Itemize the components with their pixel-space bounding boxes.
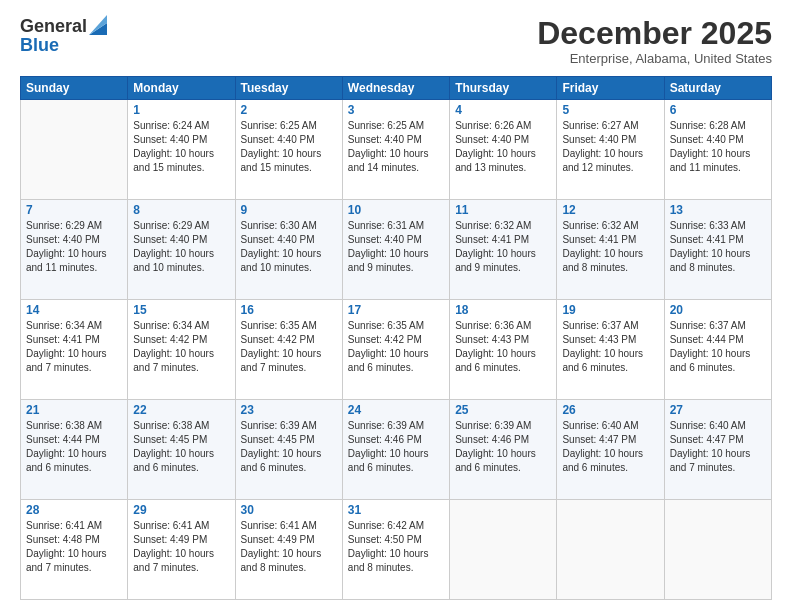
day-info: Sunrise: 6:41 AMSunset: 4:48 PMDaylight:…	[26, 519, 122, 575]
day-number: 27	[670, 403, 766, 417]
col-header-tuesday: Tuesday	[235, 77, 342, 100]
table-row: 26Sunrise: 6:40 AMSunset: 4:47 PMDayligh…	[557, 400, 664, 500]
day-number: 1	[133, 103, 229, 117]
month-title: December 2025	[537, 16, 772, 51]
logo-icon	[89, 15, 107, 35]
day-number: 31	[348, 503, 444, 517]
day-info: Sunrise: 6:29 AMSunset: 4:40 PMDaylight:…	[26, 219, 122, 275]
day-info: Sunrise: 6:24 AMSunset: 4:40 PMDaylight:…	[133, 119, 229, 175]
logo: General Blue	[20, 16, 107, 56]
day-number: 14	[26, 303, 122, 317]
table-row: 17Sunrise: 6:35 AMSunset: 4:42 PMDayligh…	[342, 300, 449, 400]
table-row: 14Sunrise: 6:34 AMSunset: 4:41 PMDayligh…	[21, 300, 128, 400]
table-row	[664, 500, 771, 600]
day-info: Sunrise: 6:27 AMSunset: 4:40 PMDaylight:…	[562, 119, 658, 175]
table-row	[557, 500, 664, 600]
day-number: 11	[455, 203, 551, 217]
day-number: 2	[241, 103, 337, 117]
col-header-friday: Friday	[557, 77, 664, 100]
day-info: Sunrise: 6:40 AMSunset: 4:47 PMDaylight:…	[562, 419, 658, 475]
table-row: 10Sunrise: 6:31 AMSunset: 4:40 PMDayligh…	[342, 200, 449, 300]
day-info: Sunrise: 6:32 AMSunset: 4:41 PMDaylight:…	[455, 219, 551, 275]
col-header-sunday: Sunday	[21, 77, 128, 100]
day-info: Sunrise: 6:29 AMSunset: 4:40 PMDaylight:…	[133, 219, 229, 275]
header: General Blue December 2025 Enterprise, A…	[20, 16, 772, 66]
day-number: 28	[26, 503, 122, 517]
day-info: Sunrise: 6:35 AMSunset: 4:42 PMDaylight:…	[348, 319, 444, 375]
day-number: 18	[455, 303, 551, 317]
table-row	[450, 500, 557, 600]
table-row: 29Sunrise: 6:41 AMSunset: 4:49 PMDayligh…	[128, 500, 235, 600]
day-info: Sunrise: 6:34 AMSunset: 4:42 PMDaylight:…	[133, 319, 229, 375]
table-row: 19Sunrise: 6:37 AMSunset: 4:43 PMDayligh…	[557, 300, 664, 400]
table-row: 21Sunrise: 6:38 AMSunset: 4:44 PMDayligh…	[21, 400, 128, 500]
day-number: 26	[562, 403, 658, 417]
table-row: 4Sunrise: 6:26 AMSunset: 4:40 PMDaylight…	[450, 100, 557, 200]
table-row: 12Sunrise: 6:32 AMSunset: 4:41 PMDayligh…	[557, 200, 664, 300]
day-number: 19	[562, 303, 658, 317]
table-row: 9Sunrise: 6:30 AMSunset: 4:40 PMDaylight…	[235, 200, 342, 300]
table-row: 27Sunrise: 6:40 AMSunset: 4:47 PMDayligh…	[664, 400, 771, 500]
day-info: Sunrise: 6:33 AMSunset: 4:41 PMDaylight:…	[670, 219, 766, 275]
table-row: 15Sunrise: 6:34 AMSunset: 4:42 PMDayligh…	[128, 300, 235, 400]
logo-general: General	[20, 16, 87, 37]
day-number: 8	[133, 203, 229, 217]
table-row: 6Sunrise: 6:28 AMSunset: 4:40 PMDaylight…	[664, 100, 771, 200]
table-row: 16Sunrise: 6:35 AMSunset: 4:42 PMDayligh…	[235, 300, 342, 400]
table-row: 28Sunrise: 6:41 AMSunset: 4:48 PMDayligh…	[21, 500, 128, 600]
day-number: 23	[241, 403, 337, 417]
day-info: Sunrise: 6:37 AMSunset: 4:44 PMDaylight:…	[670, 319, 766, 375]
day-number: 6	[670, 103, 766, 117]
day-info: Sunrise: 6:41 AMSunset: 4:49 PMDaylight:…	[241, 519, 337, 575]
day-number: 5	[562, 103, 658, 117]
table-row: 13Sunrise: 6:33 AMSunset: 4:41 PMDayligh…	[664, 200, 771, 300]
day-number: 13	[670, 203, 766, 217]
day-number: 16	[241, 303, 337, 317]
logo-blue: Blue	[20, 35, 107, 56]
day-number: 20	[670, 303, 766, 317]
day-info: Sunrise: 6:25 AMSunset: 4:40 PMDaylight:…	[241, 119, 337, 175]
title-block: December 2025 Enterprise, Alabama, Unite…	[537, 16, 772, 66]
day-info: Sunrise: 6:39 AMSunset: 4:46 PMDaylight:…	[455, 419, 551, 475]
table-row: 11Sunrise: 6:32 AMSunset: 4:41 PMDayligh…	[450, 200, 557, 300]
day-number: 29	[133, 503, 229, 517]
table-row: 25Sunrise: 6:39 AMSunset: 4:46 PMDayligh…	[450, 400, 557, 500]
table-row: 31Sunrise: 6:42 AMSunset: 4:50 PMDayligh…	[342, 500, 449, 600]
table-row: 5Sunrise: 6:27 AMSunset: 4:40 PMDaylight…	[557, 100, 664, 200]
day-info: Sunrise: 6:25 AMSunset: 4:40 PMDaylight:…	[348, 119, 444, 175]
day-info: Sunrise: 6:40 AMSunset: 4:47 PMDaylight:…	[670, 419, 766, 475]
day-info: Sunrise: 6:34 AMSunset: 4:41 PMDaylight:…	[26, 319, 122, 375]
day-info: Sunrise: 6:32 AMSunset: 4:41 PMDaylight:…	[562, 219, 658, 275]
col-header-thursday: Thursday	[450, 77, 557, 100]
calendar-table: SundayMondayTuesdayWednesdayThursdayFrid…	[20, 76, 772, 600]
table-row	[21, 100, 128, 200]
table-row: 30Sunrise: 6:41 AMSunset: 4:49 PMDayligh…	[235, 500, 342, 600]
day-number: 25	[455, 403, 551, 417]
table-row: 24Sunrise: 6:39 AMSunset: 4:46 PMDayligh…	[342, 400, 449, 500]
day-info: Sunrise: 6:35 AMSunset: 4:42 PMDaylight:…	[241, 319, 337, 375]
table-row: 18Sunrise: 6:36 AMSunset: 4:43 PMDayligh…	[450, 300, 557, 400]
table-row: 8Sunrise: 6:29 AMSunset: 4:40 PMDaylight…	[128, 200, 235, 300]
location: Enterprise, Alabama, United States	[537, 51, 772, 66]
table-row: 2Sunrise: 6:25 AMSunset: 4:40 PMDaylight…	[235, 100, 342, 200]
day-info: Sunrise: 6:30 AMSunset: 4:40 PMDaylight:…	[241, 219, 337, 275]
table-row: 3Sunrise: 6:25 AMSunset: 4:40 PMDaylight…	[342, 100, 449, 200]
day-number: 9	[241, 203, 337, 217]
day-info: Sunrise: 6:39 AMSunset: 4:45 PMDaylight:…	[241, 419, 337, 475]
day-number: 24	[348, 403, 444, 417]
day-number: 21	[26, 403, 122, 417]
day-info: Sunrise: 6:26 AMSunset: 4:40 PMDaylight:…	[455, 119, 551, 175]
day-info: Sunrise: 6:38 AMSunset: 4:45 PMDaylight:…	[133, 419, 229, 475]
day-info: Sunrise: 6:31 AMSunset: 4:40 PMDaylight:…	[348, 219, 444, 275]
table-row: 23Sunrise: 6:39 AMSunset: 4:45 PMDayligh…	[235, 400, 342, 500]
day-number: 15	[133, 303, 229, 317]
day-info: Sunrise: 6:38 AMSunset: 4:44 PMDaylight:…	[26, 419, 122, 475]
day-info: Sunrise: 6:28 AMSunset: 4:40 PMDaylight:…	[670, 119, 766, 175]
day-info: Sunrise: 6:37 AMSunset: 4:43 PMDaylight:…	[562, 319, 658, 375]
day-number: 30	[241, 503, 337, 517]
day-number: 12	[562, 203, 658, 217]
col-header-monday: Monday	[128, 77, 235, 100]
day-number: 17	[348, 303, 444, 317]
calendar-page: General Blue December 2025 Enterprise, A…	[0, 0, 792, 612]
table-row: 20Sunrise: 6:37 AMSunset: 4:44 PMDayligh…	[664, 300, 771, 400]
